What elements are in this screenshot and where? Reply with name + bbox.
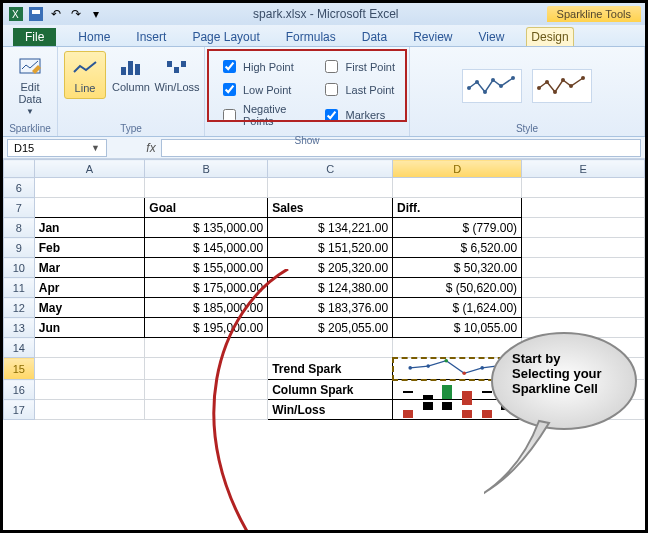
cell[interactable] [34,380,145,400]
row-header-10[interactable]: 10 [4,258,35,278]
cell[interactable] [268,178,393,198]
cell[interactable] [522,258,645,278]
checkbox-high-point[interactable] [223,60,236,73]
checkbox-first-point[interactable] [325,60,338,73]
cell[interactable] [268,338,393,358]
checkbox-low-point[interactable] [223,83,236,96]
row-header-14[interactable]: 14 [4,338,35,358]
cell[interactable] [145,178,268,198]
cell[interactable] [522,198,645,218]
tab-formulas[interactable]: Formulas [282,28,340,46]
cell[interactable] [393,178,522,198]
col-header-d[interactable]: D [393,160,522,178]
namebox-dropdown-icon[interactable]: ▼ [91,143,100,153]
checkbox-negative-points[interactable] [223,109,236,122]
checkbox-last-point[interactable] [325,83,338,96]
qat-dropdown-icon[interactable]: ▾ [87,5,105,23]
row-header-8[interactable]: 8 [4,218,35,238]
save-icon[interactable] [27,5,45,23]
tab-view[interactable]: View [475,28,509,46]
cell[interactable]: $ (50,620.00) [393,278,522,298]
tab-review[interactable]: Review [409,28,456,46]
type-line-button[interactable]: Line [64,51,106,99]
cell[interactable] [522,278,645,298]
type-winloss-button[interactable]: Win/Loss [156,51,198,97]
type-column-button[interactable]: Column [110,51,152,97]
check-high-point[interactable]: High Point [219,57,309,76]
cell-column-spark-label[interactable]: Column Spark [268,380,393,400]
row-header-15[interactable]: 15 [4,358,35,380]
cell-trend-spark-label[interactable]: Trend Spark [268,358,393,380]
redo-icon[interactable]: ↷ [67,5,85,23]
cell[interactable] [522,218,645,238]
row-header-11[interactable]: 11 [4,278,35,298]
cell[interactable]: Jan [34,218,145,238]
cell[interactable]: $ 134,221.00 [268,218,393,238]
cell-header-goal[interactable]: Goal [145,198,268,218]
undo-icon[interactable]: ↶ [47,5,65,23]
tab-file[interactable]: File [13,28,56,46]
cell[interactable]: $ 195,000.00 [145,318,268,338]
style-thumb-2[interactable] [532,69,592,103]
checkbox-markers[interactable] [325,109,338,122]
cell[interactable]: $ 135,000.00 [145,218,268,238]
tab-home[interactable]: Home [74,28,114,46]
style-thumb-1[interactable] [462,69,522,103]
select-all-corner[interactable] [4,160,35,178]
cell[interactable]: $ 151,520.00 [268,238,393,258]
tab-data[interactable]: Data [358,28,391,46]
cell[interactable] [34,178,145,198]
cell[interactable] [522,178,645,198]
row-header-12[interactable]: 12 [4,298,35,318]
cell[interactable]: $ 183,376.00 [268,298,393,318]
check-markers[interactable]: Markers [321,103,395,127]
cell[interactable]: $ 6,520.00 [393,238,522,258]
cell[interactable]: Jun [34,318,145,338]
col-header-e[interactable]: E [522,160,645,178]
tab-design[interactable]: Design [526,27,573,46]
cell[interactable]: Apr [34,278,145,298]
check-low-point[interactable]: Low Point [219,80,309,99]
row-header-17[interactable]: 17 [4,400,35,420]
cell[interactable]: $ 50,320.00 [393,258,522,278]
check-first-point[interactable]: First Point [321,57,395,76]
cell[interactable] [522,238,645,258]
fx-icon[interactable]: fx [141,141,161,155]
tab-insert[interactable]: Insert [132,28,170,46]
row-header-6[interactable]: 6 [4,178,35,198]
check-negative-points[interactable]: Negative Points [219,103,309,127]
cell[interactable]: $ 155,000.00 [145,258,268,278]
cell[interactable] [34,338,145,358]
cell[interactable]: $ (1,624.00) [393,298,522,318]
cell[interactable]: $ (779.00) [393,218,522,238]
cell[interactable]: May [34,298,145,318]
cell[interactable] [145,338,268,358]
tab-page-layout[interactable]: Page Layout [188,28,263,46]
cell[interactable] [34,400,145,420]
cell[interactable]: Feb [34,238,145,258]
cell[interactable] [522,298,645,318]
cell[interactable]: $ 185,000.00 [145,298,268,318]
cell[interactable] [145,358,268,380]
row-header-9[interactable]: 9 [4,238,35,258]
row-header-16[interactable]: 16 [4,380,35,400]
cell-header-sales[interactable]: Sales [268,198,393,218]
formula-input[interactable] [161,139,641,157]
cell[interactable] [145,380,268,400]
cell[interactable]: $ 205,320.00 [268,258,393,278]
cell[interactable] [145,400,268,420]
row-header-13[interactable]: 13 [4,318,35,338]
cell[interactable]: $ 145,000.00 [145,238,268,258]
edit-data-button[interactable]: Edit Data ▼ [9,51,51,120]
col-header-b[interactable]: B [145,160,268,178]
cell-header-diff[interactable]: Diff. [393,198,522,218]
cell[interactable]: $ 124,380.00 [268,278,393,298]
cell[interactable] [34,358,145,380]
cell-winloss-label[interactable]: Win/Loss [268,400,393,420]
cell[interactable]: $ 205,055.00 [268,318,393,338]
check-last-point[interactable]: Last Point [321,80,395,99]
name-box[interactable]: D15▼ [7,139,107,157]
cell[interactable]: Mar [34,258,145,278]
col-header-c[interactable]: C [268,160,393,178]
col-header-a[interactable]: A [34,160,145,178]
